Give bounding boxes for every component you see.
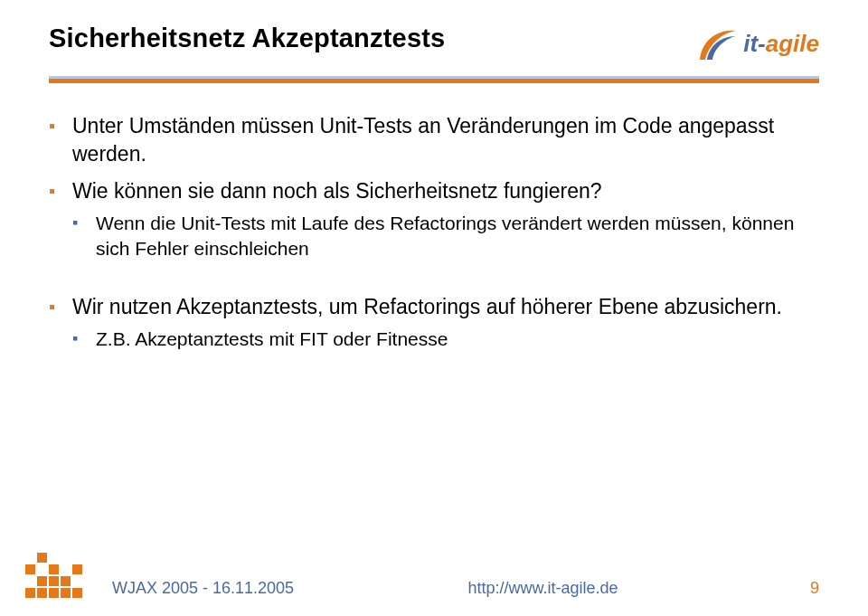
- sub-list: Z.B. Akzeptanztests mit FIT oder Fitness…: [72, 327, 819, 352]
- brand-dash: -: [758, 30, 766, 57]
- list-item: Wir nutzen Akzeptanztests, um Refactorin…: [49, 293, 819, 352]
- slide: Sicherheitsnetz Akzeptanztests it-agile …: [0, 0, 868, 616]
- slide-footer: WJAX 2005 - 16.11.2005 http://www.it-agi…: [0, 541, 868, 598]
- brand-part-agile: agile: [766, 30, 819, 57]
- bullet-text: Wir nutzen Akzeptanztests, um Refactorin…: [72, 295, 782, 318]
- bullet-list-2: Wir nutzen Akzeptanztests, um Refactorin…: [49, 293, 819, 352]
- list-item: Z.B. Akzeptanztests mit FIT oder Fitness…: [72, 327, 819, 352]
- swoosh-icon: [696, 24, 738, 63]
- brand-text: it-agile: [743, 30, 819, 58]
- footer-page-number: 9: [792, 579, 819, 598]
- list-item: Wie können sie dann noch als Sicherheits…: [49, 177, 819, 262]
- footer-left: WJAX 2005 - 16.11.2005: [112, 579, 294, 598]
- bullet-list-1: Unter Umständen müssen Unit-Tests an Ver…: [49, 112, 819, 262]
- bullet-text: Wie können sie dann noch als Sicherheits…: [72, 179, 602, 203]
- brand-part-it: it: [743, 30, 758, 57]
- bullet-text: Wenn die Unit-Tests mit Laufe des Refact…: [96, 213, 794, 259]
- slide-title: Sicherheitsnetz Akzeptanztests: [49, 24, 445, 53]
- slide-header: Sicherheitsnetz Akzeptanztests it-agile: [49, 24, 819, 63]
- list-item: Wenn die Unit-Tests mit Laufe des Refact…: [72, 211, 819, 262]
- slide-content: Unter Umständen müssen Unit-Tests an Ver…: [49, 83, 819, 352]
- pixel-logo-icon: [25, 541, 107, 598]
- sub-list: Wenn die Unit-Tests mit Laufe des Refact…: [72, 211, 819, 262]
- brand-logo: it-agile: [696, 24, 819, 63]
- bullet-text: Unter Umständen müssen Unit-Tests an Ver…: [72, 114, 774, 166]
- header-rule: [49, 76, 819, 83]
- bullet-text: Z.B. Akzeptanztests mit FIT oder Fitness…: [96, 328, 448, 349]
- footer-center: http://www.it-agile.de: [294, 579, 792, 598]
- list-item: Unter Umständen müssen Unit-Tests an Ver…: [49, 112, 819, 168]
